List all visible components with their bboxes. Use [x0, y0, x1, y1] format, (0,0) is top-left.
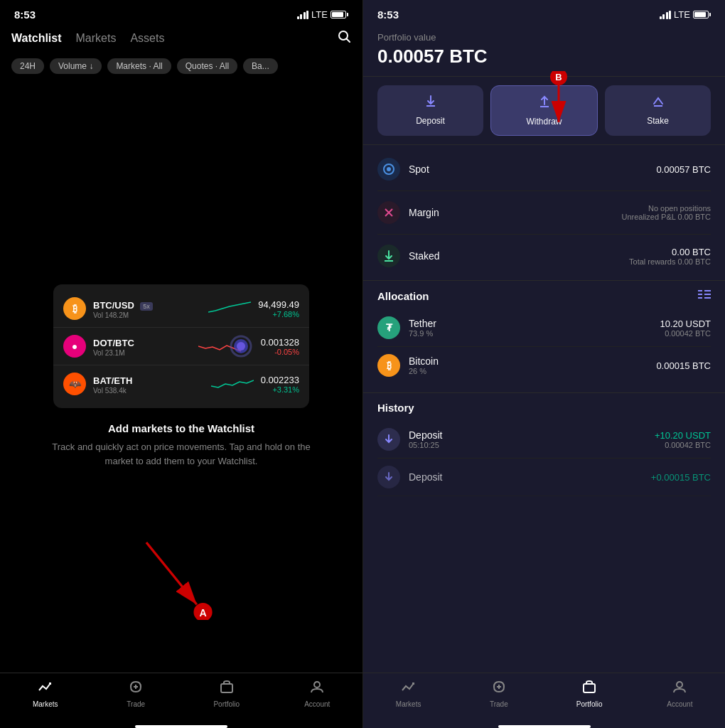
dot-info: DOT/BTC Vol 23.1M [93, 336, 184, 357]
history-row-2[interactable]: Deposit +0.00015 BTC [377, 459, 711, 496]
bat-sparkline [211, 373, 254, 395]
market-row-btc[interactable]: ₿ BTC/USD 5x Vol 148.2M 94,499.49 +7.68% [53, 290, 309, 328]
history-row-1[interactable]: Deposit 05:10:25 +10.20 USDT 0.00042 BTC [377, 421, 711, 459]
nav-trade-right[interactable]: Trade [453, 679, 544, 708]
bitcoin-info: Bitcoin 26 % [409, 355, 656, 375]
margin-primary: No open positions [621, 204, 711, 213]
bar3 [304, 12, 306, 19]
filter-volume[interactable]: Volume ↓ [50, 58, 102, 74]
margin-icon [377, 201, 400, 224]
btc-sparkline [208, 298, 251, 319]
nav-tabs-left: Watchlist Markets Assets [0, 26, 362, 53]
portfolio-header: Portfolio value 0.00057 BTC [363, 26, 725, 77]
svg-rect-29 [584, 684, 595, 692]
bitcoin-row[interactable]: ₿ Bitcoin 26 % 0.00015 BTC [377, 347, 711, 384]
svg-rect-9 [221, 684, 232, 692]
markets-icon-right [401, 679, 417, 698]
time-right: 8:53 [377, 9, 399, 21]
battery-fill-left [332, 12, 343, 17]
stake-svg [651, 94, 665, 108]
trade-icon-right [491, 679, 507, 698]
spot-icon [377, 158, 400, 181]
spot-svg [382, 163, 395, 176]
btc-price: 94,499.49 +7.68% [258, 299, 299, 318]
account-icon-left [309, 679, 325, 698]
staked-label: Staked [409, 250, 440, 262]
rbar4 [669, 11, 671, 19]
account-svg-left [309, 679, 325, 695]
rbar1 [660, 16, 662, 19]
history-title: History [377, 402, 711, 414]
portfolio-value: 0.00057 BTC [377, 46, 711, 68]
markets-icon-left [38, 679, 53, 698]
portfolio-icon-left [219, 679, 235, 698]
history-icon-2 [377, 466, 400, 488]
watchlist-message: Add markets to the Watchlist Track and q… [14, 422, 348, 468]
market-row-bat[interactable]: 🦇 BAT/ETH Vol 538.4k 0.002233 +3.31% [53, 365, 309, 402]
search-button[interactable] [337, 29, 351, 47]
svg-point-4 [237, 342, 245, 350]
filter-ba[interactable]: Ba... [243, 58, 278, 74]
portfolio-label-left: Portfolio [213, 700, 240, 708]
deposit-icon [424, 94, 438, 112]
stake-button[interactable]: Stake [605, 85, 711, 136]
battery-body-left [331, 11, 346, 18]
filter-quotes[interactable]: Quotes · All [177, 58, 237, 74]
battery-right [693, 11, 711, 18]
arrow-b-container: B [530, 71, 587, 138]
bitcoin-icon: ₿ [377, 354, 400, 377]
deposit-button[interactable]: Deposit [377, 85, 483, 136]
tab-markets-left[interactable]: Markets [76, 32, 117, 45]
svg-line-6 [146, 542, 197, 604]
trade-icon-left [128, 679, 144, 698]
tab-watchlist[interactable]: Watchlist [11, 32, 62, 45]
signal-bars-right [660, 11, 672, 19]
margin-label: Margin [409, 207, 439, 218]
filter-24h[interactable]: 24H [11, 58, 44, 74]
btc-icon: ₿ [63, 297, 86, 320]
dot-price: 0.001328 -0.05% [261, 337, 299, 356]
btc-pair: BTC/USD 5x [93, 299, 201, 311]
nav-account-right[interactable]: Account [635, 679, 725, 708]
allocation-section: Allocation ₮ Tether 73.9 % 10.20 US [363, 281, 725, 393]
nav-portfolio-left[interactable]: Portfolio [181, 679, 272, 708]
deposit-hist-svg [383, 434, 394, 445]
markets-label-right: Markets [396, 700, 421, 708]
svg-point-30 [677, 682, 682, 687]
spot-row[interactable]: Spot 0.00057 BTC [377, 148, 711, 191]
tether-row[interactable]: ₮ Tether 73.9 % 10.20 USDT 0.00042 BTC [377, 309, 711, 347]
margin-row[interactable]: Margin No open positions Unrealized P&L … [377, 191, 711, 235]
svg-point-19 [387, 167, 391, 171]
nav-markets-left[interactable]: Markets [0, 679, 91, 708]
history-values-1: +10.20 USDT 0.00042 BTC [655, 430, 711, 449]
dot-icon: ● [63, 335, 86, 358]
market-row-dot[interactable]: ● DOT/BTC Vol 23.1M [53, 328, 309, 365]
dot-donut [227, 332, 255, 360]
market-cards-preview: ₿ BTC/USD 5x Vol 148.2M 94,499.49 +7.68% [53, 284, 309, 408]
spot-primary: 0.00057 BTC [656, 164, 711, 175]
history-info-2: Deposit [409, 471, 651, 483]
tether-values: 10.20 USDT 0.00042 BTC [660, 318, 711, 338]
time-left: 8:53 [14, 9, 36, 21]
battery-tip-left [347, 13, 348, 16]
tab-assets[interactable]: Assets [130, 32, 164, 45]
stake-label: Stake [647, 116, 669, 126]
dot-chart-area [191, 336, 248, 357]
deposit-hist-svg2 [383, 471, 394, 483]
account-svg-right [672, 679, 687, 695]
deposit-svg [424, 94, 438, 108]
bitcoin-values: 0.00015 BTC [656, 360, 711, 371]
staked-row[interactable]: Staked 0.00 BTC Total rewards 0.00 BTC [377, 235, 711, 277]
account-label-right: Account [667, 700, 692, 708]
nav-trade-left[interactable]: Trade [91, 679, 182, 708]
signal-left: LTE [297, 9, 348, 20]
list-icon[interactable] [698, 289, 711, 302]
nav-markets-right[interactable]: Markets [363, 679, 453, 708]
nav-portfolio-right[interactable]: Portfolio [544, 679, 635, 708]
signal-bars-left [297, 11, 309, 19]
nav-account-left[interactable]: Account [272, 679, 363, 708]
filter-markets[interactable]: Markets · All [107, 58, 171, 74]
staked-primary: 0.00 BTC [629, 247, 711, 257]
spot-values: 0.00057 BTC [656, 164, 711, 175]
margin-values: No open positions Unrealized P&L 0.00 BT… [621, 204, 711, 221]
